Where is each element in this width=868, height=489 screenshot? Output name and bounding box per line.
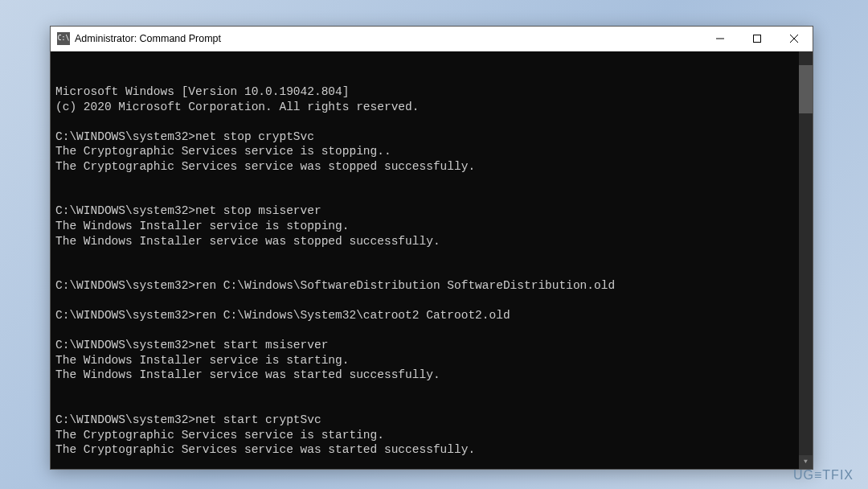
minimize-button[interactable] [702,27,739,51]
watermark: UG≡TFIX [793,468,854,483]
terminal-line: The Windows Installer service was starte… [55,368,808,383]
terminal-line: The Windows Installer service is stoppin… [55,219,808,234]
terminal-output[interactable]: Microsoft Windows [Version 10.0.19042.80… [51,51,813,469]
terminal-line [55,189,808,204]
terminal-line: Microsoft Windows [Version 10.0.19042.80… [55,84,808,100]
close-button[interactable] [776,27,813,51]
app-icon: C:\ [57,32,70,45]
maximize-button[interactable] [739,27,776,51]
svg-rect-1 [754,35,761,43]
terminal-line [55,383,808,398]
terminal-line: The Cryptographic Services service was s… [55,159,808,175]
terminal-line: The Windows Installer service was stoppe… [55,234,808,249]
scrollbar[interactable]: ▲ ▼ [799,51,813,469]
terminal-line [55,294,808,309]
terminal-line: (c) 2020 Microsoft Corporation. All righ… [55,100,808,115]
maximize-icon [753,35,761,43]
terminal-line: C:\WINDOWS\system32>ren C:\Windows\Softw… [55,278,808,294]
terminal-line: The Cryptographic Services service is st… [55,144,808,159]
terminal-line: C:\WINDOWS\system32>net start cryptSvc [55,413,808,428]
titlebar[interactable]: C:\ Administrator: Command Prompt [51,27,813,51]
terminal-line [55,323,808,339]
terminal-line [55,398,808,413]
terminal-line [55,458,808,469]
terminal-line: The Cryptographic Services service is st… [55,428,808,443]
window-controls [702,27,813,51]
scroll-thumb[interactable] [799,65,813,113]
scroll-down-arrow[interactable]: ▼ [799,455,813,469]
terminal-line: C:\WINDOWS\system32>net start msiserver [55,338,808,353]
terminal-line [55,114,808,129]
terminal-line [55,249,808,264]
command-prompt-window: C:\ Administrator: Command Prompt Micros… [50,26,813,470]
minimize-icon [716,35,724,43]
terminal-line: C:\WINDOWS\system32>net stop cryptSvc [55,129,808,145]
terminal-line: The Windows Installer service is startin… [55,353,808,368]
terminal-line: The Cryptographic Services service was s… [55,442,808,458]
terminal-line: C:\WINDOWS\system32>ren C:\Windows\Syste… [55,308,808,323]
terminal-line: C:\WINDOWS\system32>net stop msiserver [55,203,808,219]
close-icon [790,35,798,43]
terminal-line [55,174,808,189]
window-title: Administrator: Command Prompt [75,33,702,44]
terminal-line [55,264,808,279]
